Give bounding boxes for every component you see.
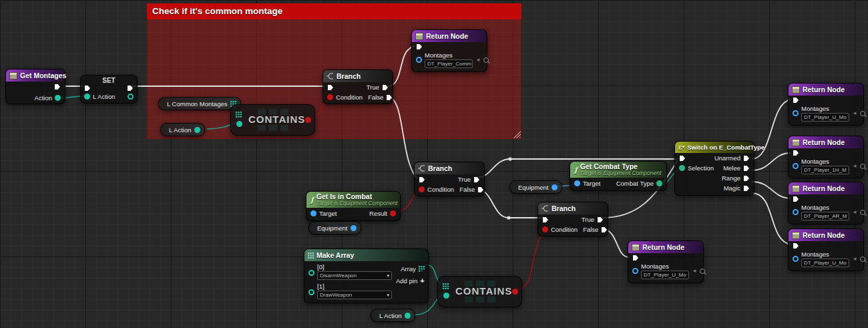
montages-pin[interactable] — [632, 268, 638, 274]
search-icon[interactable] — [483, 57, 489, 63]
search-icon[interactable] — [700, 269, 705, 274]
return-node-melee[interactable]: Return Node Montages DT_Player_1H_M▾ ◄ — [788, 136, 864, 178]
array-in-pin[interactable] — [443, 283, 449, 289]
dropdown-value: DT_Player_1H_M — [804, 167, 847, 173]
return-node-common[interactable]: Return Node Montages DT_Player_Comm▾ ◄ — [411, 29, 487, 72]
reset-arrow-icon[interactable]: ◄ — [692, 268, 697, 274]
reset-arrow-icon[interactable]: ◄ — [852, 209, 857, 215]
result-pin[interactable] — [390, 210, 396, 216]
exec-in-pin[interactable] — [327, 84, 334, 91]
var-equipment[interactable]: Equipment — [509, 180, 562, 194]
blueprint-graph[interactable]: Check if it's common montage — [0, 0, 868, 328]
l-action-pin[interactable] — [405, 313, 411, 319]
reset-arrow-icon[interactable]: ◄ — [852, 163, 857, 169]
action-pin[interactable] — [55, 95, 61, 101]
exec-true-pin[interactable] — [382, 84, 389, 91]
exec-in-pin[interactable] — [632, 255, 639, 261]
target-pin[interactable] — [310, 210, 316, 216]
exec-unarmed-pin[interactable] — [743, 155, 750, 162]
exec-in-pin[interactable] — [419, 176, 425, 183]
result-out-pin[interactable] — [305, 117, 311, 123]
return-node-unarmed[interactable]: Return Node Montages DT_Player_U_Mo▾ ◄ — [788, 83, 864, 126]
montages-pin[interactable] — [793, 256, 799, 262]
montages-pin[interactable] — [793, 163, 799, 169]
return-title: Return Node — [803, 184, 845, 192]
montages-dropdown[interactable]: DT_Player_U_Mo▾ — [641, 271, 689, 279]
exec-in-pin[interactable] — [793, 150, 799, 156]
exec-in-pin[interactable] — [679, 155, 686, 162]
montages-pin[interactable] — [793, 209, 799, 215]
exec-true-pin[interactable] — [597, 216, 604, 223]
reset-arrow-icon[interactable]: ◄ — [852, 256, 857, 262]
condition-pin[interactable] — [327, 94, 333, 100]
element-0-dropdown[interactable]: DisarmWeapon▾ — [317, 271, 392, 280]
exec-out-pin[interactable] — [127, 85, 134, 92]
array-out-pin[interactable] — [419, 266, 425, 272]
contains-node-bottom[interactable]: CONTAINS — [437, 276, 522, 307]
get-is-in-combat-node[interactable]: ƒ Get Is in Combat Target is Equipment C… — [306, 191, 401, 221]
switch-combat-type-node[interactable]: Ɛ* Switch on E_CombatType Unarmed Select… — [674, 141, 754, 196]
l-action-pin[interactable] — [194, 127, 200, 133]
exec-magic-pin[interactable] — [743, 185, 750, 192]
equipment-pin[interactable] — [351, 225, 357, 231]
montages-dropdown[interactable]: DT_Player_AR_M▾ — [801, 212, 849, 220]
return-node-range[interactable]: Return Node Montages DT_Player_AR_M▾ ◄ — [788, 182, 864, 224]
montages-pin[interactable] — [416, 57, 422, 63]
element-0-pin[interactable] — [308, 270, 314, 276]
array-in-pin[interactable] — [236, 112, 242, 118]
get-montages-node[interactable]: Get Montages Action — [5, 69, 65, 104]
var-l-common-montages[interactable]: L Common Montages — [158, 97, 241, 110]
search-icon[interactable] — [860, 257, 865, 262]
element-1-dropdown[interactable]: DrawWeapon▾ — [317, 291, 392, 299]
exec-in-pin[interactable] — [793, 242, 799, 249]
branch-node-middle[interactable]: Branch True Condition False — [414, 162, 485, 196]
l-action-in-pin[interactable] — [84, 94, 90, 100]
target-pin[interactable] — [574, 180, 580, 186]
search-icon[interactable] — [860, 164, 865, 169]
exec-in-pin[interactable] — [793, 196, 799, 202]
exec-melee-pin[interactable] — [743, 165, 750, 172]
montages-dropdown[interactable]: DT_Player_U_Mo▾ — [801, 113, 849, 122]
return-node-not-combat[interactable]: Return Node Montages DT_Player_U_Mo▾ ◄ — [628, 240, 704, 283]
exec-false-pin[interactable] — [386, 94, 393, 101]
condition-pin[interactable] — [542, 226, 548, 232]
search-icon[interactable] — [860, 111, 865, 116]
exec-true-pin[interactable] — [473, 176, 480, 183]
item-in-pin[interactable] — [443, 293, 449, 299]
item-in-pin[interactable] — [236, 121, 242, 127]
exec-false-pin[interactable] — [477, 186, 484, 193]
case-magic-label: Magic — [724, 184, 740, 192]
contains-node-top[interactable]: CONTAINS — [230, 104, 315, 136]
var-equipment[interactable]: Equipment — [308, 221, 361, 234]
equipment-pin[interactable] — [552, 184, 558, 190]
var-l-action[interactable]: L Action — [160, 123, 205, 136]
exec-in-pin[interactable] — [793, 97, 799, 104]
add-pin-icon[interactable]: + — [420, 278, 424, 284]
set-node[interactable]: SET L Action — [80, 75, 138, 104]
make-array-node[interactable]: Make Array [0] DisarmWeapon▾ [1] — [304, 249, 429, 303]
reset-arrow-icon[interactable]: ◄ — [852, 110, 857, 116]
exec-false-pin[interactable] — [601, 226, 608, 233]
result-out-pin[interactable] — [512, 289, 518, 295]
reset-arrow-icon[interactable]: ◄ — [475, 57, 481, 63]
var-l-action[interactable]: L Action — [371, 309, 415, 322]
montages-dropdown[interactable]: DT_Player_1H_M▾ — [801, 166, 849, 174]
montages-pin[interactable] — [793, 110, 799, 116]
condition-pin[interactable] — [419, 186, 425, 192]
search-icon[interactable] — [860, 210, 865, 215]
element-1-pin[interactable] — [308, 289, 314, 295]
exec-range-pin[interactable] — [743, 175, 750, 182]
exec-in-pin[interactable] — [416, 43, 423, 50]
set-out-pin[interactable] — [128, 94, 134, 100]
branch-node-top[interactable]: Branch True Condition False — [322, 69, 393, 104]
exec-in-pin[interactable] — [542, 216, 549, 223]
montages-dropdown[interactable]: DT_Player_Comm▾ — [425, 59, 473, 68]
exec-in-pin[interactable] — [84, 85, 91, 92]
montages-dropdown[interactable]: DT_Player_U_Mo▾ — [801, 259, 849, 267]
branch-node-bottom[interactable]: Branch True Condition False — [537, 202, 608, 236]
selection-pin[interactable] — [679, 165, 685, 171]
exec-out-pin[interactable] — [54, 84, 61, 90]
combat-type-pin[interactable] — [656, 180, 662, 186]
return-node-magic[interactable]: Return Node Montages DT_Player_U_Mo▾ ◄ — [788, 228, 864, 271]
get-combat-type-node[interactable]: ƒ Get Combat Type Target is Equipment Co… — [570, 161, 667, 191]
